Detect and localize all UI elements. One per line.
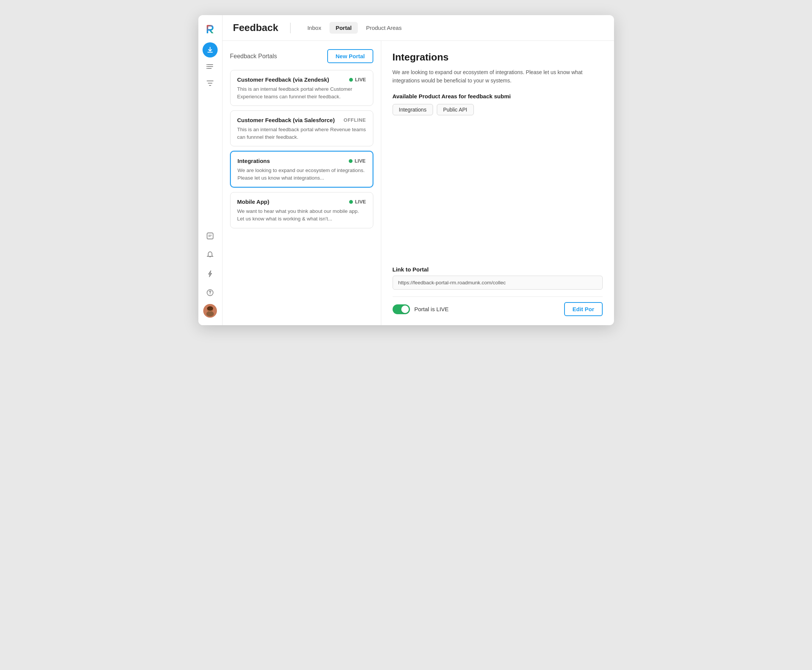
portal-card-salesforce[interactable]: Customer Feedback (via Salesforce) OFFLI… <box>230 110 373 146</box>
status-label: LIVE <box>355 158 366 164</box>
status-dot-live <box>349 200 353 204</box>
portal-name: Customer Feedback (via Salesforce) <box>237 117 335 123</box>
page-title: Feedback <box>233 22 279 34</box>
svg-point-2 <box>206 64 207 65</box>
sidebar-list-icon[interactable] <box>203 59 218 74</box>
status-dot-live <box>349 78 353 82</box>
sidebar <box>198 15 223 325</box>
svg-point-4 <box>206 68 207 69</box>
detail-description: We are looking to expand our ecosystem o… <box>393 68 603 85</box>
product-areas-label: Available Product Areas for feedback sub… <box>393 93 603 100</box>
left-panel: Feedback Portals New Portal Customer Fee… <box>223 41 381 325</box>
tab-portal[interactable]: Portal <box>329 22 358 34</box>
tag-public-api: Public API <box>437 104 474 115</box>
user-avatar[interactable] <box>203 304 217 318</box>
sidebar-bolt-icon[interactable] <box>203 266 218 281</box>
portal-card-header: Integrations LIVE <box>238 158 366 164</box>
sidebar-help-icon[interactable] <box>203 285 218 300</box>
app-logo[interactable] <box>203 22 217 36</box>
link-label: Link to Portal <box>393 266 603 272</box>
status-badge-live: LIVE <box>349 158 366 164</box>
detail-title: Integrations <box>393 51 603 63</box>
portal-name: Customer Feedback (via Zendesk) <box>237 76 329 83</box>
portal-card-header: Mobile App) LIVE <box>237 198 366 205</box>
portal-live-label: Portal is LIVE <box>415 306 449 312</box>
bottom-bar: Portal is LIVE Edit Por <box>393 296 603 316</box>
link-section: Link to Portal https://feedback-portal-r… <box>393 266 603 289</box>
status-badge-live: LIVE <box>349 77 366 83</box>
sidebar-download-icon[interactable] <box>203 42 218 58</box>
portal-name: Integrations <box>238 158 270 164</box>
status-badge-offline: OFFLINE <box>343 117 366 123</box>
new-portal-button[interactable]: New Portal <box>327 49 373 63</box>
content-area: Feedback Portals New Portal Customer Fee… <box>223 41 614 325</box>
status-badge-live: LIVE <box>349 199 366 205</box>
tag-integrations: Integrations <box>393 104 433 115</box>
sidebar-bell-icon[interactable] <box>203 247 218 262</box>
app-window: Feedback Inbox Portal Product Areas Feed… <box>198 15 614 325</box>
portal-card-integrations[interactable]: Integrations LIVE We are looking to expa… <box>230 151 373 188</box>
portal-card-header: Customer Feedback (via Salesforce) OFFLI… <box>237 117 366 123</box>
svg-point-11 <box>206 311 214 316</box>
svg-point-3 <box>206 66 207 67</box>
status-label: LIVE <box>355 199 366 205</box>
svg-rect-5 <box>207 233 213 239</box>
main-content: Feedback Inbox Portal Product Areas Feed… <box>223 15 614 325</box>
status-label: OFFLINE <box>343 117 366 123</box>
sidebar-filter-icon[interactable] <box>203 76 218 91</box>
portal-description: We want to hear what you think about our… <box>237 208 366 222</box>
portal-list: Customer Feedback (via Zendesk) LIVE Thi… <box>230 70 373 228</box>
toggle-wrapper: Portal is LIVE <box>393 305 449 314</box>
portal-description: This is an internal feedback portal wher… <box>237 126 366 140</box>
topbar-divider <box>290 23 290 33</box>
portal-card-header: Customer Feedback (via Zendesk) LIVE <box>237 76 366 83</box>
topbar: Feedback Inbox Portal Product Areas <box>223 15 614 41</box>
tags-row: Integrations Public API <box>393 104 603 115</box>
feedback-portals-label: Feedback Portals <box>230 53 277 60</box>
sidebar-contact-icon[interactable] <box>203 228 218 244</box>
portal-name: Mobile App) <box>237 198 269 205</box>
edit-portal-button[interactable]: Edit Por <box>564 302 603 316</box>
portal-card-mobile[interactable]: Mobile App) LIVE We want to hear what yo… <box>230 192 373 228</box>
status-dot-live <box>349 159 353 163</box>
tab-product-areas[interactable]: Product Areas <box>360 22 408 34</box>
toggle-knob <box>401 306 409 313</box>
right-panel: Integrations We are looking to expand ou… <box>381 41 614 325</box>
link-input[interactable]: https://feedback-portal-rm.roadmunk.com/… <box>393 276 603 289</box>
portal-description: This is an internal feedback portal wher… <box>237 85 366 100</box>
topbar-tabs: Inbox Portal Product Areas <box>301 22 407 34</box>
sidebar-bottom <box>203 228 218 320</box>
portal-card-zendesk[interactable]: Customer Feedback (via Zendesk) LIVE Thi… <box>230 70 373 106</box>
svg-point-12 <box>207 306 213 311</box>
status-label: LIVE <box>355 77 366 83</box>
left-panel-header: Feedback Portals New Portal <box>230 49 373 63</box>
portal-live-toggle[interactable] <box>393 305 410 314</box>
portal-description: We are looking to expand our ecosystem o… <box>238 167 366 181</box>
svg-point-7 <box>210 294 211 294</box>
tab-inbox[interactable]: Inbox <box>301 22 327 34</box>
